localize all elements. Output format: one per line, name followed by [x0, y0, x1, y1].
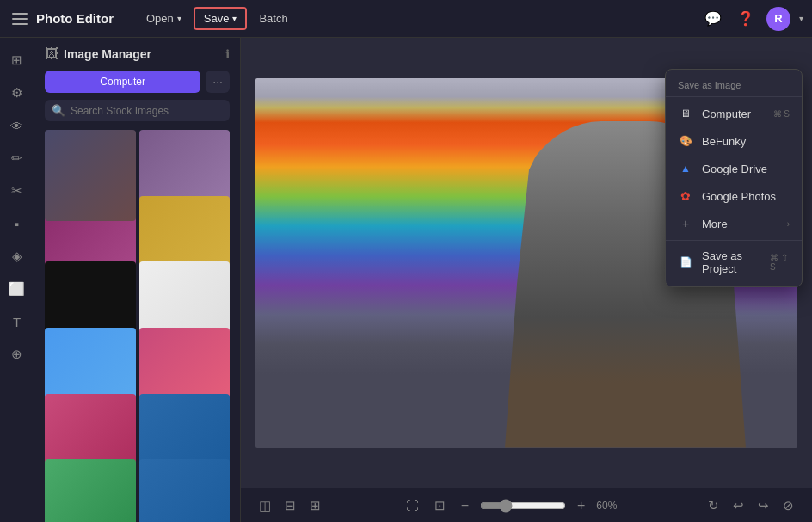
- gdrive-item-label: Google Drive: [702, 163, 767, 175]
- canvas-area: ◫ ⊟ ⊞ ⛶ ⊡ −: [241, 38, 812, 522]
- search-input[interactable]: [71, 105, 223, 117]
- main-layout: ⊞ ⚙ 👁 ✏ ✂ ▪ ◈ ⬜ T ⊕ 🖼: [0, 38, 812, 522]
- dropdown-header: Save as Image: [666, 75, 802, 94]
- brush-icon: ✏: [11, 150, 22, 166]
- tool-crop-button[interactable]: ✂: [3, 177, 31, 205]
- app-title: Photo Editor: [36, 11, 114, 26]
- avatar-chevron-icon: ▾: [799, 14, 803, 23]
- tool-shapes-button[interactable]: ◈: [3, 243, 31, 270]
- undo-button[interactable]: ↩: [729, 495, 748, 516]
- panel-info-icon[interactable]: ℹ: [225, 47, 230, 61]
- more-icon: [678, 216, 693, 231]
- chat-icon: 💬: [704, 10, 722, 27]
- befunky-item-label: BeFunky: [702, 135, 746, 148]
- save-button[interactable]: Save ▾: [194, 7, 248, 30]
- project-icon: [678, 255, 693, 270]
- topbar-left: Photo Editor: [9, 9, 114, 28]
- rotate-cw-button[interactable]: ↻: [704, 495, 723, 516]
- tool-frame-button[interactable]: ⬜: [3, 275, 31, 303]
- list-item[interactable]: [139, 459, 231, 522]
- list-item[interactable]: [45, 130, 136, 221]
- redo-button[interactable]: ↪: [754, 495, 773, 516]
- bottom-center-zoom: ⛶ ⊡ − + 60%: [332, 495, 697, 516]
- dropdown-item-computer[interactable]: Computer ⌘ S: [666, 100, 802, 127]
- open-chevron-icon: ▾: [177, 14, 181, 23]
- left-toolbar: ⊞ ⚙ 👁 ✏ ✂ ▪ ◈ ⬜ T ⊕: [0, 38, 34, 522]
- tool-sliders-button[interactable]: ⚙: [3, 79, 31, 107]
- zoom-out-icon: −: [461, 498, 469, 513]
- zoom-slider[interactable]: [480, 499, 566, 513]
- batch-label: Batch: [259, 12, 287, 25]
- undo-icon: ↩: [733, 498, 744, 513]
- history-icon: ⊟: [285, 498, 296, 513]
- panel-icon: 🖼: [45, 46, 58, 62]
- gphotos-icon: [678, 188, 693, 204]
- image-manager-panel: 🖼 Image Manager ℹ Computer ··· 🔍: [34, 38, 241, 522]
- avatar[interactable]: R: [766, 7, 790, 31]
- tool-eye-button[interactable]: 👁: [3, 112, 31, 139]
- frame-icon: ⬜: [9, 281, 25, 297]
- save-label: Save: [204, 12, 230, 25]
- stamp-icon: ⊕: [11, 347, 22, 362]
- tool-text-button[interactable]: T: [3, 308, 31, 335]
- dropdown-item-gphotos[interactable]: Google Photos: [666, 182, 802, 210]
- save-project-shortcut: ⌘ ⇧ S: [770, 253, 790, 272]
- layers-icon: ▪: [15, 217, 19, 231]
- more-dots-button[interactable]: ···: [206, 71, 230, 93]
- panel-actions: Computer ···: [34, 71, 240, 100]
- history-button[interactable]: ⊟: [280, 495, 300, 516]
- dropdown-divider-bottom: [666, 240, 802, 241]
- hamburger-icon: [12, 13, 28, 25]
- search-bar: 🔍: [45, 100, 230, 121]
- dropdown-item-more[interactable]: More ›: [666, 210, 802, 237]
- zoom-in-button[interactable]: +: [573, 496, 589, 515]
- computer-button[interactable]: Computer: [45, 71, 200, 93]
- bottom-left-tools: ◫ ⊟ ⊞: [255, 495, 325, 516]
- image-grid: [34, 130, 240, 522]
- zoom-label: 60%: [596, 500, 627, 512]
- help-icon: ❓: [737, 10, 754, 27]
- panel-title: Image Manager: [64, 47, 220, 61]
- gphotos-item-label: Google Photos: [702, 190, 776, 203]
- dropdown-item-save-project[interactable]: Save as Project ⌘ ⇧ S: [666, 243, 802, 281]
- gdrive-icon: [678, 161, 693, 176]
- zoom-in-icon: +: [577, 498, 585, 513]
- befunky-icon: [678, 133, 693, 149]
- batch-button[interactable]: Batch: [250, 9, 296, 28]
- history2-button[interactable]: ⊘: [778, 495, 798, 516]
- layers-panel-button[interactable]: ◫: [255, 495, 275, 516]
- topbar-right: 💬 ❓ R ▾: [701, 7, 803, 31]
- save-chevron-icon: ▾: [232, 14, 237, 23]
- actual-size-icon: ⊡: [434, 498, 446, 513]
- save-dropdown-menu: Save as Image Computer ⌘ S BeFunky Googl…: [665, 69, 803, 287]
- computer-item-label: Computer: [702, 107, 751, 120]
- dropdown-item-befunky[interactable]: BeFunky: [666, 127, 802, 155]
- list-item[interactable]: [45, 459, 136, 522]
- tool-brush-button[interactable]: ✏: [3, 144, 31, 172]
- help-icon-button[interactable]: ❓: [734, 7, 758, 30]
- shapes-icon: ◈: [12, 249, 22, 264]
- more-item-label: More: [702, 218, 728, 230]
- eye-icon: 👁: [10, 119, 23, 133]
- tool-layers-button[interactable]: ▪: [3, 210, 31, 237]
- text-icon: T: [13, 315, 21, 329]
- dropdown-item-gdrive[interactable]: Google Drive: [666, 155, 802, 182]
- menu-button[interactable]: [9, 9, 31, 28]
- grid-view-icon: ⊞: [310, 498, 321, 513]
- grid-view-button[interactable]: ⊞: [305, 495, 325, 516]
- open-button[interactable]: Open ▾: [138, 9, 190, 28]
- tool-stamp-button[interactable]: ⊕: [3, 341, 31, 368]
- search-icon: 🔍: [52, 104, 65, 117]
- topbar-center: Open ▾ Save ▾ Batch: [138, 7, 297, 30]
- actual-size-button[interactable]: ⊡: [430, 495, 450, 516]
- fit-screen-button[interactable]: ⛶: [402, 495, 423, 515]
- layers-panel-icon: ◫: [259, 498, 271, 513]
- more-arrow-icon: ›: [787, 219, 790, 229]
- history2-icon: ⊘: [783, 498, 794, 513]
- computer-icon: [678, 106, 693, 121]
- open-label: Open: [146, 12, 174, 25]
- panel-header: 🖼 Image Manager ℹ: [34, 38, 240, 71]
- tool-grid-button[interactable]: ⊞: [3, 46, 31, 74]
- zoom-out-button[interactable]: −: [457, 496, 473, 515]
- chat-icon-button[interactable]: 💬: [701, 7, 725, 30]
